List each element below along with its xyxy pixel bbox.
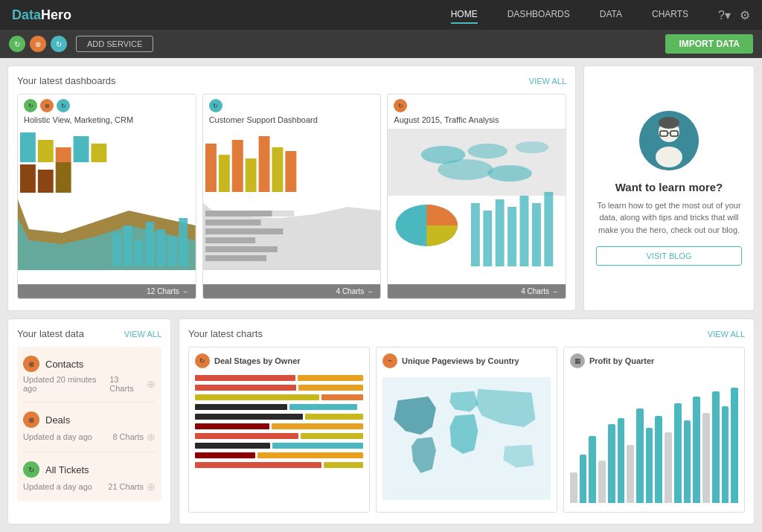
dash-card-1-chart: [18, 129, 196, 270]
chart-card-1-title: Deal Stages by Owner: [214, 356, 301, 365]
dash-card-1[interactable]: ↻ ⊗ ↻ Holistic View, Marketing, CRM: [17, 94, 196, 299]
data-panel: Your latest data VIEW ALL ⊗ Contacts Upd…: [7, 318, 171, 525]
dash-card-2-body: [203, 129, 381, 270]
svg-point-57: [656, 147, 682, 167]
svg-rect-2: [56, 147, 71, 162]
vbar: [655, 416, 662, 503]
svg-rect-11: [124, 225, 132, 266]
hbar-seg: [321, 394, 363, 400]
vbar: [570, 472, 577, 503]
blog-avatar: [639, 111, 699, 170]
main-content: Your latest dashboards VIEW ALL ↻ ⊗ ↻ Ho…: [0, 58, 762, 532]
data-view-all[interactable]: VIEW ALL: [124, 330, 161, 339]
hbar-seg: [289, 404, 356, 410]
chart-card-2-body: [382, 374, 551, 503]
nav-dashboards[interactable]: DASHBOARDS: [508, 6, 570, 24]
svg-rect-49: [532, 203, 541, 266]
contacts-chart-count: 13 Charts: [109, 375, 144, 393]
chart-card-3-body: [570, 374, 738, 503]
hbar-row: [195, 442, 363, 449]
data-item-deals: ⊗ Deals Updated a day ago 8 Charts ⊕: [23, 406, 156, 449]
contacts-updated: Updated 20 minutes ago: [23, 375, 109, 393]
dash-card-1-footer: 12 Charts ←: [18, 284, 196, 298]
svg-point-53: [659, 117, 679, 129]
hbar-seg: [298, 375, 363, 381]
hbar-seg: [195, 404, 287, 410]
svg-rect-12: [135, 240, 144, 266]
nav-actions: ?▾ ⚙: [718, 8, 750, 22]
svg-rect-10: [112, 233, 121, 266]
svg-rect-21: [258, 136, 269, 192]
chart-card-2-icon: ~: [382, 353, 397, 368]
dash-card-1-title: Holistic View, Marketing, CRM: [24, 115, 190, 124]
dashboards-view-all[interactable]: VIEW ALL: [529, 77, 566, 86]
hbar-seg: [195, 452, 255, 458]
deals-add-icon[interactable]: ⊕: [147, 431, 156, 443]
hbar-seg: [301, 433, 363, 439]
hbar-seg: [298, 385, 363, 391]
svg-rect-46: [496, 199, 505, 266]
svg-rect-4: [91, 144, 106, 162]
svg-point-40: [516, 141, 549, 153]
tickets-chart-count: 21 Charts: [108, 482, 144, 491]
dash-card-3[interactable]: ↻ August 2015, Traffic Analysis: [387, 94, 566, 299]
share-icon-1: ←: [182, 287, 190, 295]
nav-charts[interactable]: CHARTS: [652, 6, 688, 24]
dash-card-2-icons: ↻: [209, 99, 375, 112]
divider-1: [23, 402, 156, 403]
svg-rect-22: [272, 147, 283, 192]
vbar: [665, 432, 672, 503]
svg-rect-48: [520, 196, 529, 266]
hbar-seg: [195, 423, 269, 429]
nav-home[interactable]: HOME: [451, 6, 478, 24]
vbar: [636, 408, 644, 503]
svg-rect-32: [205, 237, 255, 243]
svg-point-39: [468, 144, 508, 158]
data-item-contacts-header: ⊗ Contacts: [23, 356, 156, 372]
charts-view-all[interactable]: VIEW ALL: [708, 330, 745, 339]
svg-rect-26: [205, 211, 272, 217]
share-icon-3: ←: [552, 287, 560, 295]
add-service-button[interactable]: ADD SERVICE: [76, 36, 153, 52]
dash-card-3-count: 4 Charts: [521, 287, 549, 295]
svg-rect-19: [231, 140, 243, 192]
chart-cards: ↻ Deal Stages by Owner: [188, 347, 745, 513]
svg-rect-15: [167, 237, 176, 266]
dash-card-1-header: ↻ ⊗ ↻ Holistic View, Marketing, CRM: [18, 94, 196, 129]
import-data-button[interactable]: IMPORT DATA: [665, 34, 753, 54]
svg-rect-34: [205, 246, 278, 252]
dash-cards: ↻ ⊗ ↻ Holistic View, Marketing, CRM: [17, 94, 566, 299]
dash-card-2-footer: 4 Charts ←: [203, 284, 381, 298]
tickets-add-icon[interactable]: ⊕: [147, 481, 156, 493]
logo-data: Data: [12, 7, 41, 22]
contacts-add-icon[interactable]: ⊕: [147, 378, 156, 390]
dash-card-1-count: 12 Charts: [147, 287, 179, 295]
data-item-tickets-header: ↻ All Tickets: [23, 461, 156, 478]
hbar-row: [195, 452, 363, 459]
svg-rect-30: [205, 228, 283, 234]
svg-rect-45: [484, 211, 493, 266]
chart-card-3-icon: ▦: [570, 353, 585, 368]
world-map-svg: [382, 374, 551, 503]
dash-card-3-header: ↻ August 2015, Traffic Analysis: [388, 94, 566, 129]
nav-data[interactable]: DATA: [600, 6, 622, 24]
hbar-row: [195, 461, 363, 469]
service-icon-3: ↻: [51, 36, 67, 52]
dash-card-3-footer: 4 Charts ←: [388, 284, 566, 298]
settings-icon[interactable]: ⚙: [740, 8, 750, 22]
help-icon[interactable]: ?▾: [718, 8, 731, 22]
vbar: [627, 445, 634, 503]
visit-blog-button[interactable]: VISIT BLOG: [596, 246, 742, 266]
logo: DataHero: [12, 7, 71, 23]
vbar: [589, 436, 596, 503]
service-icon-1: ↻: [9, 36, 25, 52]
dash-card-2-title: Customer Support Dashboard: [209, 115, 375, 124]
divider-2: [23, 452, 156, 452]
svg-rect-18: [219, 155, 230, 192]
data-item-tickets: ↻ All Tickets Updated a day ago 21 Chart…: [23, 455, 156, 499]
hbar-row: [195, 374, 363, 382]
svg-rect-7: [56, 162, 71, 193]
dash-card-2[interactable]: ↻ Customer Support Dashboard: [202, 94, 382, 299]
nav-links: HOME DASHBOARDS DATA CHARTS: [451, 6, 688, 24]
dash-icon-orange-3: ↻: [394, 99, 407, 112]
